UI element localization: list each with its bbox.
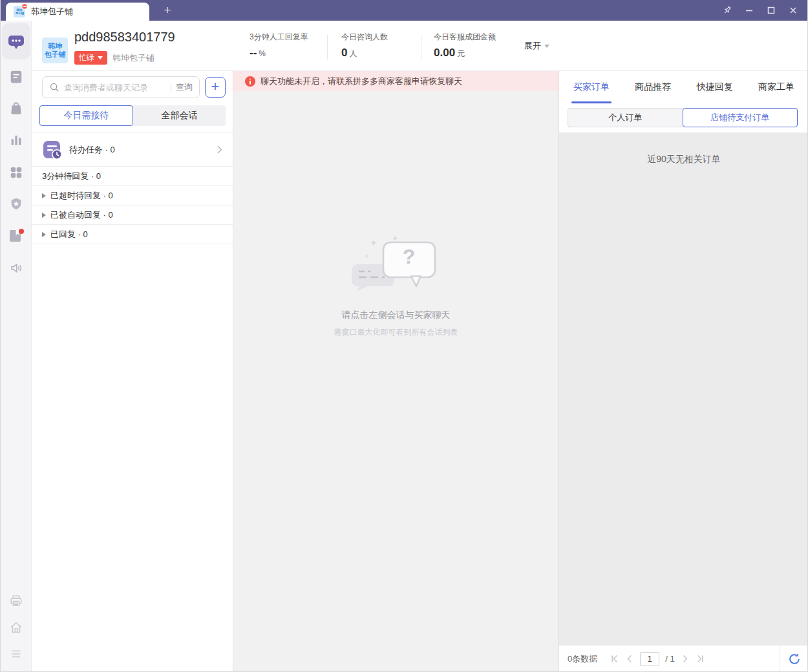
tab-all-conversations[interactable]: 全部会话: [133, 105, 226, 126]
refresh-button[interactable]: [780, 646, 808, 672]
page-total: / 1: [665, 654, 674, 664]
pagination: / 1: [610, 652, 704, 666]
add-conversation-button[interactable]: +: [205, 77, 226, 98]
group-label: 已回复 · 0: [50, 229, 88, 240]
group-overdue-pending[interactable]: 已超时待回复 · 0: [32, 186, 233, 205]
nav-analytics-button[interactable]: [1, 127, 32, 153]
tab-product-recommend[interactable]: 商品推荐: [635, 71, 671, 103]
favicon-text: 包子铺: [15, 12, 24, 15]
nav-documents-button[interactable]: [1, 64, 32, 90]
chat-area: 聊天功能未开启，请联系拼多多商家客服申请恢复聊天 ? 请点击左侧会: [233, 71, 558, 672]
busy-status-dot-icon: [22, 4, 28, 10]
nav-apps-button[interactable]: [1, 160, 32, 185]
last-page-button[interactable]: [696, 654, 705, 664]
divider: [421, 35, 421, 59]
group-auto-replied[interactable]: 已被自动回复 · 0: [32, 205, 233, 225]
stat-value: --: [250, 47, 257, 59]
nav-notebook-button[interactable]: [1, 223, 32, 249]
tab-today-reception[interactable]: 今日需接待: [39, 105, 133, 126]
expand-triangle-icon: [42, 193, 46, 198]
group-3min-pending[interactable]: 3分钟待回复 · 0: [32, 167, 233, 186]
empty-state-subtitle: 将窗口最大化即可看到所有会话列表: [233, 327, 558, 338]
document-icon: [9, 70, 23, 84]
expand-label: 展开: [524, 40, 541, 52]
new-tab-button[interactable]: +: [158, 0, 177, 21]
stat-group-amount: 今日客服成团金额 0.00元: [434, 32, 496, 59]
info-icon: [245, 76, 255, 87]
status-dropdown[interactable]: 忙碌: [74, 51, 107, 65]
shop-logo-icon: 韩坤 包子铺: [14, 6, 25, 17]
close-icon: [788, 5, 798, 16]
chat-empty-state: ? 请点击左侧会话与买家聊天 将窗口最大化即可看到所有会话列表: [233, 236, 558, 338]
first-page-icon: [611, 655, 619, 663]
stat-reply-rate: 3分钟人工回复率 --%: [250, 32, 308, 59]
chevron-down-icon: [544, 45, 549, 48]
shop-id: pdd98583401779: [74, 30, 175, 45]
last-page-icon: [696, 655, 704, 663]
banner-message: 聊天功能未开启，请联系拼多多商家客服申请恢复聊天: [260, 76, 462, 87]
group-label: 已超时待回复 · 0: [50, 190, 113, 202]
shop-name: 韩坤包子铺: [112, 52, 154, 64]
book-icon: [8, 228, 25, 244]
speaker-icon: [9, 261, 23, 275]
minimize-button[interactable]: [740, 1, 758, 19]
orders-panel-tabs: 买家订单 商品推荐 快捷回复 商家工单: [559, 71, 808, 103]
refresh-icon: [788, 653, 801, 666]
data-count: 0条数据: [568, 653, 597, 665]
first-page-button[interactable]: [610, 654, 619, 664]
search-input[interactable]: [64, 83, 166, 92]
shop-header: 韩坤 包子铺 pdd98583401779 忙碌 韩坤包子铺 3分钟人工回复率 …: [32, 21, 808, 71]
tab-quick-replies[interactable]: 快捷回复: [697, 71, 733, 103]
home-icon: [9, 620, 23, 635]
tab-buyer-orders[interactable]: 买家订单: [573, 71, 610, 103]
stat-unit: %: [259, 49, 266, 58]
next-page-button[interactable]: [681, 654, 690, 664]
window-tab[interactable]: 韩坤 包子铺 韩坤包子铺: [6, 3, 149, 21]
divider: [171, 83, 171, 92]
app-window: 韩坤 包子铺 韩坤包子铺 +: [0, 0, 808, 672]
conversation-filter-tabs: 今日需接待 全部会话: [39, 105, 226, 126]
home-button[interactable]: [1, 614, 32, 640]
nav-chat-button[interactable]: [1, 30, 32, 56]
chat-bubble-icon: [8, 35, 25, 50]
chevron-down-icon: [98, 56, 103, 59]
todo-tasks-row[interactable]: 待办任务 · 0: [32, 132, 233, 167]
nav-rail: [1, 21, 32, 672]
expand-triangle-icon: [42, 213, 46, 218]
avatar-text: 韩坤: [48, 42, 62, 50]
menu-button[interactable]: [1, 641, 32, 667]
group-replied[interactable]: 已回复 · 0: [32, 225, 233, 244]
pin-icon: [721, 5, 733, 16]
search-icon: [49, 82, 59, 92]
stat-value: 0: [341, 47, 347, 59]
nav-shop-button[interactable]: [1, 95, 32, 121]
nav-announcement-button[interactable]: [1, 255, 32, 281]
maximize-icon: [766, 5, 776, 16]
expand-stats-button[interactable]: 展开: [524, 40, 549, 52]
tab-merchant-tickets[interactable]: 商家工单: [758, 71, 794, 103]
close-button[interactable]: [784, 1, 802, 19]
search-submit-button[interactable]: 查询: [176, 81, 193, 93]
nav-protection-button[interactable]: [1, 191, 32, 217]
empty-state-title: 请点击左侧会话与买家聊天: [233, 310, 558, 321]
pin-window-button[interactable]: [718, 1, 736, 19]
group-label: 3分钟待回复 · 0: [42, 171, 101, 182]
page-number-input[interactable]: [640, 652, 659, 666]
toggle-personal-orders[interactable]: 个人订单: [568, 108, 683, 127]
orders-footer: 0条数据 / 1: [559, 645, 808, 672]
printer-icon: [9, 594, 23, 608]
chevron-right-icon: [217, 145, 222, 154]
conversation-panel: 查询 + 今日需接待 全部会话 待办任务 · 0 3分钟待回复 · 0: [32, 71, 233, 672]
toggle-shop-unpaid-orders[interactable]: 店铺待支付订单: [683, 108, 798, 127]
shopping-bag-icon: [9, 101, 23, 115]
shield-star-icon: [9, 197, 23, 211]
todo-tasks-icon: [42, 140, 63, 160]
stat-label: 今日咨询人数: [341, 32, 388, 43]
status-label: 忙碌: [79, 52, 94, 63]
menu-icon: [9, 647, 23, 661]
maximize-button[interactable]: [762, 1, 780, 19]
prev-page-button[interactable]: [625, 654, 634, 664]
print-button[interactable]: [1, 588, 32, 614]
notification-dot-icon: [19, 229, 24, 234]
stat-label: 今日客服成团金额: [434, 32, 496, 43]
